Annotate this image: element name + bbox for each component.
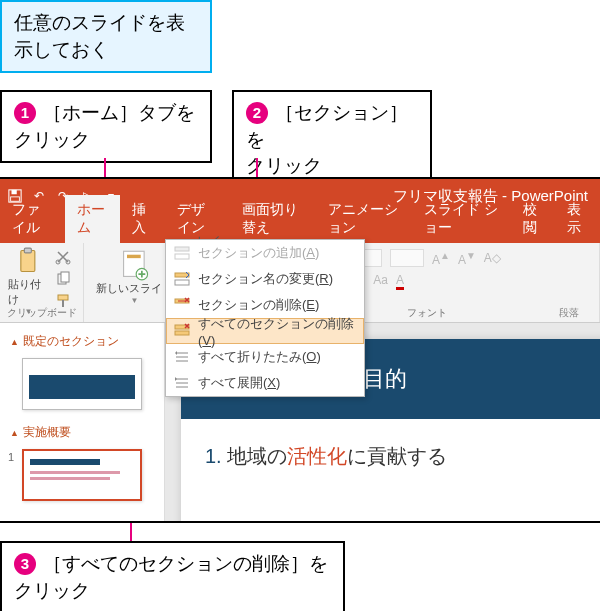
section-header-overview[interactable]: ▲ 実施概要 xyxy=(4,420,160,445)
tab-label: 校閲 xyxy=(523,201,537,235)
section-name: 既定のセクション xyxy=(23,333,119,350)
menu-collapse-all[interactable]: すべて折りたたみ(O) xyxy=(166,344,364,370)
menu-label: すべて展開(X) xyxy=(198,374,280,392)
decrease-font-button[interactable]: A▼ xyxy=(458,250,476,267)
callout-text: クリック xyxy=(14,129,90,150)
section-name: 実施概要 xyxy=(23,424,71,441)
section-dropdown: セクションの追加(A) セクション名の変更(R) セクションの削除(E) すべて… xyxy=(165,239,365,397)
step-badge-2: 2 xyxy=(246,102,268,124)
copy-button[interactable] xyxy=(55,271,71,291)
tab-review[interactable]: 校閲 xyxy=(511,195,556,243)
callout-text: ［ホーム］タブを xyxy=(43,102,195,123)
clear-format-button[interactable]: A◇ xyxy=(484,251,501,265)
tab-file[interactable]: ファイル xyxy=(0,195,65,243)
menu-label: セクションの追加(A) xyxy=(198,244,319,262)
menu-label: すべて折りたたみ(O) xyxy=(198,348,321,366)
tab-slideshow[interactable]: スライド ショー xyxy=(412,195,511,243)
svg-rect-15 xyxy=(127,255,141,258)
triangle-icon: ▲ xyxy=(10,337,19,347)
font-color-button[interactable]: A xyxy=(396,273,404,287)
svg-rect-25 xyxy=(175,254,189,259)
triangle-icon: ▲ xyxy=(10,428,19,438)
tab-label: アニメーション xyxy=(328,201,398,235)
callout-step-3: 3 ［すべてのセクションの削除］を クリック xyxy=(0,541,345,611)
tab-label: スライド ショー xyxy=(424,201,498,235)
thumb-number: 1 xyxy=(8,451,14,463)
tab-label: ファイル xyxy=(12,201,40,235)
body-text: 地域の xyxy=(222,445,288,467)
svg-rect-24 xyxy=(175,247,189,251)
cut-button[interactable] xyxy=(55,249,71,269)
tab-label: 画面切り替え xyxy=(242,201,298,235)
callout-text: ［セクション］を xyxy=(246,102,408,150)
tab-transitions[interactable]: 画面切り替え xyxy=(230,195,316,243)
body-text: に貢献する xyxy=(347,445,447,467)
slide-body[interactable]: 1. 地域の活性化に貢献する xyxy=(181,419,600,494)
tab-insert[interactable]: 挿入 xyxy=(120,195,165,243)
increase-font-button[interactable]: A▲ xyxy=(432,250,450,267)
callout-text: ［すべてのセクションの削除］を xyxy=(43,553,328,574)
menu-add-section: セクションの追加(A) xyxy=(166,240,364,266)
menu-expand-all[interactable]: すべて展開(X) xyxy=(166,370,364,396)
group-label-paragraph: 段落 xyxy=(559,306,579,320)
tab-label: デザイン xyxy=(177,201,205,235)
powerpoint-window: ↶ ↷ ▷ ▾ フリマ収支報告 - PowerPoint ファイル ホーム 挿入… xyxy=(0,177,600,523)
tab-view[interactable]: 表示 xyxy=(555,195,600,243)
paste-label: 貼り付け xyxy=(8,277,49,307)
thumbnail-preview xyxy=(22,449,142,501)
menu-label: セクション名の変更(R) xyxy=(198,270,333,288)
menu-remove-all-sections[interactable]: すべてのセクションの削除(V) xyxy=(166,318,364,344)
section-header-default[interactable]: ▲ 既定のセクション xyxy=(4,329,160,354)
step-badge-1: 1 xyxy=(14,102,36,124)
callout-step-1: 1 ［ホーム］タブを クリック xyxy=(0,90,212,163)
slide-thumbnail-2[interactable]: 1 xyxy=(22,449,154,501)
tab-label: 表示 xyxy=(567,201,581,235)
step-badge-3: 3 xyxy=(14,553,36,575)
svg-rect-6 xyxy=(20,251,34,272)
menu-label: セクションの削除(E) xyxy=(198,296,319,314)
callout-text: 任意のスライドを表示しておく xyxy=(14,12,185,60)
tab-label: ホーム xyxy=(77,201,105,235)
slide-thumbnail-1[interactable] xyxy=(22,358,154,410)
callout-display-slide: 任意のスライドを表示しておく xyxy=(0,0,212,73)
menu-label: すべてのセクションの削除(V) xyxy=(198,315,356,348)
menu-rename-section[interactable]: セクション名の変更(R) xyxy=(166,266,364,292)
tab-animations[interactable]: アニメーション xyxy=(316,195,412,243)
group-label: クリップボード xyxy=(0,306,83,320)
group-clipboard: 貼り付け ▼ クリップボード xyxy=(0,243,84,322)
chevron-down-icon: ▼ xyxy=(131,296,139,305)
thumbnail-preview xyxy=(22,358,142,410)
svg-rect-30 xyxy=(175,331,189,335)
body-highlight: 活性化 xyxy=(287,445,347,467)
svg-rect-7 xyxy=(24,248,31,253)
svg-rect-27 xyxy=(175,280,189,285)
new-slide-label: 新しいスライド xyxy=(96,281,173,296)
svg-rect-4 xyxy=(12,190,17,194)
callout-text: クリック xyxy=(14,580,90,601)
change-case-button[interactable]: Aa xyxy=(373,273,388,287)
thumbnail-pane[interactable]: ▲ 既定のセクション ▲ 実施概要 1 xyxy=(0,323,165,521)
callout-step-2: 2 ［セクション］を クリック xyxy=(232,90,432,190)
svg-rect-12 xyxy=(58,295,68,300)
tab-home[interactable]: ホーム xyxy=(65,195,120,243)
tab-label: 挿入 xyxy=(132,201,146,235)
font-size-combo[interactable] xyxy=(390,249,424,267)
svg-rect-11 xyxy=(61,272,69,282)
list-number: 1. xyxy=(205,445,222,467)
